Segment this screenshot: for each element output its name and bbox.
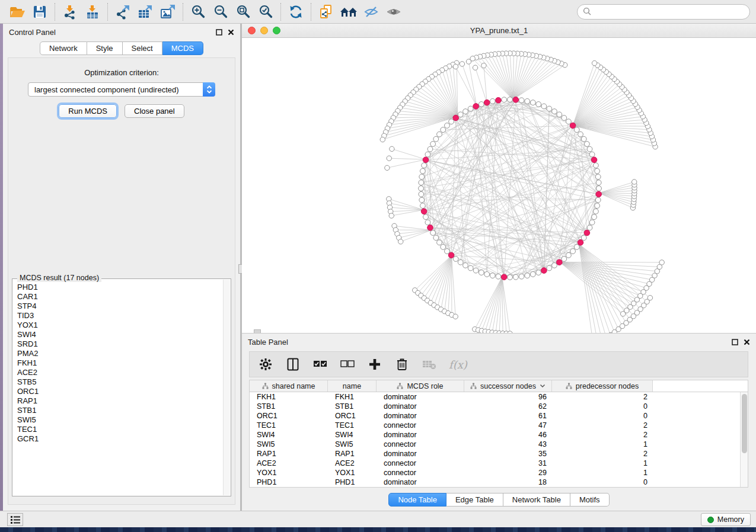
table-cell[interactable]: SWI5 (328, 440, 377, 449)
table-cell[interactable]: TEC1 (328, 421, 377, 430)
hide-selected-button[interactable] (360, 2, 382, 22)
table-row[interactable]: SWI5SWI5connector431 (250, 440, 740, 449)
table-cell[interactable]: 2 (552, 430, 653, 440)
tab-motifs[interactable]: Motifs (570, 493, 610, 507)
table-cell[interactable]: RAP1 (328, 449, 377, 459)
mcds-result-item[interactable]: CAR1 (17, 292, 222, 302)
table-cell[interactable]: connector (377, 459, 464, 468)
first-neighbors-button[interactable] (337, 2, 360, 22)
run-mcds-button[interactable]: Run MCDS (59, 104, 117, 118)
table-cell[interactable]: dominator (377, 477, 464, 487)
mcds-result-item[interactable]: STP4 (17, 302, 222, 311)
export-image-button[interactable] (157, 2, 179, 22)
mcds-result-item[interactable]: YOX1 (17, 321, 222, 330)
refresh-view-button[interactable] (285, 2, 307, 22)
mcds-result-item[interactable]: ORC1 (17, 387, 222, 396)
table-cell[interactable]: TEC1 (250, 421, 328, 430)
network-canvas[interactable] (242, 38, 756, 333)
mcds-result-item[interactable]: PHD1 (17, 283, 222, 292)
table-row[interactable]: ACE2ACE2connector311 (250, 459, 740, 468)
table-cell[interactable]: PHD1 (250, 477, 328, 487)
task-history-button[interactable] (7, 513, 23, 526)
table-row[interactable]: YOX1YOX1connector291 (250, 468, 740, 477)
show-all-button[interactable] (382, 2, 405, 22)
search-box[interactable] (577, 4, 750, 20)
mcds-result-item[interactable]: STB5 (17, 377, 222, 387)
mcds-result-item[interactable]: STB1 (17, 406, 222, 415)
table-row[interactable]: ORC1ORC1dominator610 (250, 411, 740, 421)
table-cell[interactable]: 2 (552, 392, 653, 402)
table-cell[interactable]: dominator (377, 430, 464, 440)
table-cell[interactable]: RAP1 (250, 449, 328, 459)
table-cell[interactable]: 0 (552, 477, 653, 487)
table-cell[interactable]: 61 (464, 411, 552, 421)
table-cell[interactable]: YOX1 (328, 468, 377, 477)
table-body[interactable]: FKH1FKH1dominator962STB1STB1dominator620… (250, 392, 740, 487)
zoom-selected-button[interactable] (254, 2, 277, 22)
table-cell[interactable]: 1 (552, 468, 653, 477)
table-cell[interactable]: dominator (377, 411, 464, 421)
table-row[interactable]: FKH1FKH1dominator962 (250, 392, 740, 402)
delete-table-button-disabled[interactable] (422, 357, 437, 372)
table-scrollbar-thumb[interactable] (742, 394, 747, 453)
table-row[interactable]: PHD1PHD1dominator180 (250, 477, 740, 487)
table-cell[interactable]: FKH1 (328, 392, 377, 402)
mcds-result-item[interactable]: GCR1 (17, 434, 222, 444)
mcds-list-scrollbar[interactable] (223, 280, 230, 495)
mcds-result-item[interactable]: SWI5 (17, 415, 222, 425)
tab-network-table[interactable]: Network Table (503, 493, 570, 507)
mcds-result-item[interactable]: TEC1 (17, 425, 222, 434)
add-column-button[interactable] (367, 357, 382, 372)
table-cell[interactable]: 2 (552, 449, 653, 459)
table-row[interactable]: RAP1RAP1dominator352 (250, 449, 740, 459)
tab-select[interactable]: Select (123, 41, 162, 55)
table-cell[interactable]: 29 (464, 468, 552, 477)
network-graph[interactable] (242, 38, 756, 333)
table-cell[interactable]: FKH1 (250, 392, 328, 402)
column-header-mcds-role[interactable]: MCDS role (377, 380, 464, 392)
close-panel-button[interactable]: Close panel (125, 104, 184, 118)
table-cell[interactable]: 47 (464, 421, 552, 430)
export-network-button[interactable] (111, 2, 134, 22)
table-cell[interactable]: STB1 (250, 402, 328, 411)
table-cell[interactable]: dominator (377, 392, 464, 402)
close-panel-icon[interactable] (744, 339, 750, 345)
table-cell[interactable]: YOX1 (250, 468, 328, 477)
mcds-result-item[interactable]: RAP1 (17, 396, 222, 406)
table-cell[interactable]: PHD1 (328, 477, 377, 487)
tab-network[interactable]: Network (40, 41, 87, 55)
import-table-button[interactable] (81, 2, 104, 22)
table-cell[interactable]: 35 (464, 449, 552, 459)
export-table-button[interactable] (134, 2, 157, 22)
mcds-result-item[interactable]: ACE2 (17, 368, 222, 377)
open-file-button[interactable] (6, 2, 28, 22)
table-cell[interactable]: 0 (552, 402, 653, 411)
show-columns-button[interactable] (285, 357, 301, 372)
float-panel-icon[interactable] (216, 29, 222, 36)
mcds-result-item[interactable]: TID3 (17, 311, 222, 321)
table-cell[interactable]: 43 (464, 440, 552, 449)
table-cell[interactable]: 0 (552, 411, 653, 421)
import-network-button[interactable] (59, 2, 81, 22)
close-panel-icon[interactable] (228, 29, 234, 36)
table-cell[interactable]: dominator (377, 449, 464, 459)
table-scrollbar[interactable] (740, 392, 748, 487)
table-cell[interactable]: STB1 (328, 402, 377, 411)
table-cell[interactable]: 18 (464, 477, 552, 487)
table-cell[interactable]: 1 (552, 440, 653, 449)
table-cell[interactable]: 1 (552, 459, 653, 468)
table-cell[interactable]: ORC1 (250, 411, 328, 421)
table-cell[interactable]: connector (377, 440, 464, 449)
deselect-all-checkboxes-icon[interactable] (340, 357, 355, 372)
table-cell[interactable]: SWI5 (250, 440, 328, 449)
zoom-in-button[interactable] (187, 2, 209, 22)
search-input[interactable] (595, 7, 744, 16)
table-cell[interactable]: dominator (377, 402, 464, 411)
float-panel-icon[interactable] (732, 339, 738, 345)
tab-style[interactable]: Style (87, 41, 123, 55)
mcds-result-item[interactable]: SRD1 (17, 339, 222, 349)
function-builder-button-disabled[interactable]: f(x) (449, 358, 467, 371)
table-cell[interactable]: 62 (464, 402, 552, 411)
mcds-result-item[interactable]: SWI4 (17, 330, 222, 339)
table-row[interactable]: SWI4SWI4dominator462 (250, 430, 740, 440)
